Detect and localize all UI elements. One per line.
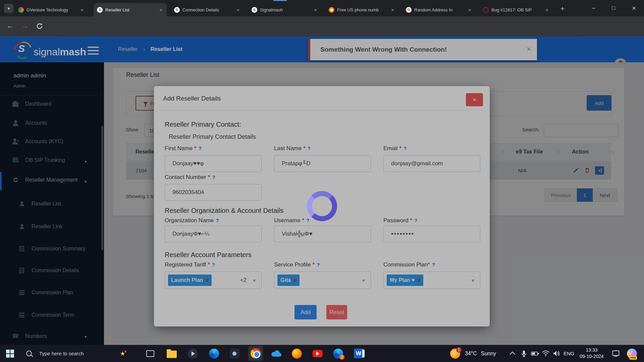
tab-free-us-phone[interactable]: Free US phone numb ×	[325, 3, 398, 16]
tab-loading-indicator	[273, 0, 287, 1]
tab-gventure[interactable]: GVenture Technology ×	[15, 3, 88, 16]
word-icon[interactable]: W	[351, 346, 366, 361]
random-address-favicon: R	[406, 7, 412, 13]
tab-close-icon[interactable]: ×	[390, 7, 395, 13]
weather-sun-icon: 1	[450, 349, 460, 359]
battery-icon[interactable]	[529, 346, 541, 361]
firefox-icon[interactable]	[289, 346, 304, 361]
browser-toolbar: ← → signalmashdbtest.gventure.info/#/res…	[0, 16, 644, 36]
taskbar-search[interactable]: Type here to search	[26, 346, 84, 361]
speaker-icon[interactable]	[551, 346, 562, 361]
tab-close-icon[interactable]: ×	[158, 7, 163, 13]
window-minimize-button[interactable]: –	[586, 3, 601, 13]
forward-button[interactable]: →	[21, 22, 29, 30]
tab-connection-details[interactable]: S Connection Details ×	[171, 3, 244, 16]
file-explorer-icon[interactable]	[164, 346, 179, 361]
tab-close-icon[interactable]: ×	[79, 7, 85, 13]
microphone-icon[interactable]	[519, 346, 529, 361]
edge-icon[interactable]	[207, 346, 221, 361]
chrome-icon-active[interactable]	[248, 346, 263, 361]
copilot-pre-badge: PRE	[630, 356, 637, 360]
weather-widget[interactable]: 1 34°C Sunny	[450, 346, 496, 361]
weather-temp: 34°C	[465, 351, 477, 357]
clock-date: 09-10-2024	[576, 353, 607, 360]
copilot-button[interactable]: PRE	[625, 346, 639, 361]
media-player-icon[interactable]	[185, 346, 200, 361]
browser-tab-strip: ▾ GVenture Technology × S Reseller List …	[0, 0, 644, 16]
loading-overlay	[0, 36, 644, 345]
signalmash-favicon: S	[97, 7, 103, 13]
tab-search-button[interactable]: ▾	[4, 4, 13, 13]
taskbar-search-text: Type here to search	[39, 351, 84, 356]
task-view-button[interactable]	[143, 346, 158, 361]
weather-desc: Sunny	[481, 351, 496, 357]
maximize-icon: □	[612, 5, 615, 11]
signalmash-favicon: S	[252, 7, 257, 13]
close-icon: ×	[632, 4, 636, 12]
tab-random-address[interactable]: R Random Address In ×	[402, 3, 476, 16]
tab-close-icon[interactable]: ×	[467, 7, 472, 13]
window-maximize-button[interactable]: □	[606, 3, 621, 13]
signalmash-favicon: S	[174, 7, 180, 13]
gventure-favicon	[18, 7, 24, 13]
copilot-icon: PRE	[627, 349, 637, 359]
redmine-favicon	[483, 7, 489, 13]
wifi-icon[interactable]	[540, 346, 551, 361]
tray-expand-button[interactable]	[507, 346, 519, 361]
tab-close-icon[interactable]: ×	[544, 7, 549, 13]
notification-badge: 2	[339, 355, 344, 360]
search-icon	[26, 351, 32, 356]
window-close-button[interactable]: ×	[627, 3, 641, 13]
notification-center-button[interactable]	[609, 346, 623, 361]
plus-icon: +	[560, 5, 565, 13]
minimize-icon: –	[592, 5, 595, 11]
phone-favicon	[329, 7, 334, 13]
language-indicator[interactable]: ENG	[564, 346, 575, 361]
youtube-icon[interactable]	[310, 346, 325, 361]
back-button[interactable]: ←	[7, 22, 14, 30]
chevron-up-icon	[509, 351, 515, 357]
tab-close-icon[interactable]: ×	[235, 7, 240, 13]
edge-with-badge-icon[interactable]: 2	[331, 346, 345, 361]
app-icon[interactable]	[227, 346, 242, 361]
tab-signalmash[interactable]: S Signalmash ×	[248, 3, 321, 16]
start-button[interactable]	[3, 346, 17, 361]
windows-logo-icon	[6, 350, 14, 358]
tab-reseller-list[interactable]: S Reseller List ×	[94, 3, 167, 16]
new-tab-button[interactable]: +	[558, 4, 567, 13]
tab-close-icon[interactable]: ×	[313, 7, 318, 13]
loading-spinner	[307, 191, 337, 221]
task-view-icon	[146, 350, 154, 357]
widgets-sparkle-icon[interactable]: ★ ★	[116, 346, 131, 361]
tab-bug-12817[interactable]: Bug #12817: OB SIP ×	[480, 3, 553, 16]
notification-icon	[612, 350, 620, 357]
clock[interactable]: 13:33 09-10-2024	[576, 347, 607, 360]
weather-badge: 1	[456, 347, 462, 353]
chevron-down-icon: ▾	[7, 6, 10, 11]
onedrive-cloud-icon[interactable]	[269, 346, 283, 361]
clock-time: 13:33	[576, 347, 607, 353]
reload-button[interactable]	[36, 22, 44, 30]
